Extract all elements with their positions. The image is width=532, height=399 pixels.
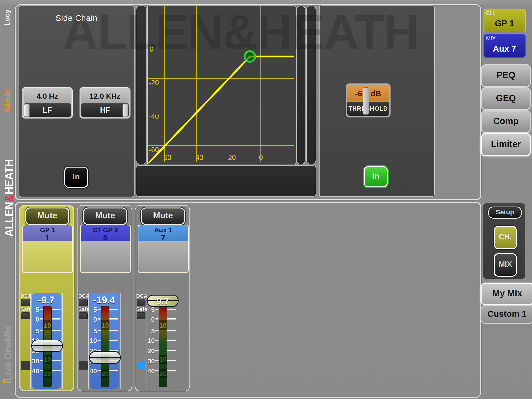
meter-mark-10b: 10: [159, 354, 167, 364]
scale-minus5: 5: [83, 327, 97, 335]
dca-label: DCA: [78, 293, 89, 299]
selected-mix-button[interactable]: MIX Aux 7: [483, 34, 526, 58]
threshold-slider-handle[interactable]: [363, 87, 369, 115]
channel-name-block[interactable]: GP 11: [22, 225, 73, 273]
scale-plus5: 5: [83, 306, 97, 314]
selected-channel-button[interactable]: CH. GP 1: [483, 9, 526, 32]
meter-mark-10: 10: [44, 320, 51, 330]
sidechain-in-button[interactable]: In: [64, 167, 88, 188]
tab-geq[interactable]: GEQ: [481, 87, 531, 110]
dca-indicator: [79, 299, 88, 306]
channel-number: 1: [23, 234, 72, 242]
channel-name-block[interactable]: Aux 17: [138, 225, 189, 273]
role-label: Admin: [3, 90, 12, 113]
mute-button[interactable]: Mute: [83, 207, 127, 225]
scale-0: 0: [25, 316, 39, 323]
brand-ampersand: &: [2, 194, 16, 202]
limiter-transfer-graph: 0 -20 -40 -60 -60 -40 -20 0: [147, 6, 296, 164]
scale-minus40: 40: [25, 367, 39, 375]
y-tick-20: -20: [149, 79, 159, 87]
scale-minus10: 10: [83, 337, 97, 344]
x-tick-60: -60: [161, 154, 171, 161]
channel-strip-aux1[interactable]: Mute Aux 17 DCA Safe 5 0 5 10 20 30 40 1…: [135, 205, 190, 391]
dca-label: DCA: [136, 293, 146, 299]
app-name-label: iLive OneMix: [2, 326, 14, 383]
channel-name-block[interactable]: ST GP 25: [80, 225, 131, 273]
fader-value: 9.7: [148, 296, 178, 306]
scale-minus30: 30: [141, 357, 155, 365]
hf-label: HF: [81, 103, 129, 117]
meter-mark-10: 10: [159, 320, 167, 330]
mix-view-button[interactable]: MIX: [494, 253, 517, 277]
user-name-label: Lucy: [3, 9, 11, 26]
channel-name: GP 1: [23, 225, 72, 234]
meter-mark-20: 20: [159, 369, 167, 378]
meter-mark-20: 20: [101, 369, 109, 378]
fader-slot-right: [178, 293, 178, 389]
setup-button[interactable]: Setup: [488, 206, 522, 219]
tab-my-mix[interactable]: My Mix: [481, 283, 532, 305]
fader-cap[interactable]: [89, 351, 121, 364]
scale-minus5: 5: [141, 327, 155, 335]
dca-indicator: [137, 299, 146, 306]
brand-logo: ALLEN&HEATH: [1, 159, 16, 237]
lf-knob-handle[interactable]: [24, 104, 30, 117]
graph-footer-panel: [136, 165, 316, 197]
channel-meter: 10 10 20: [159, 306, 167, 387]
lf-label: LF: [24, 103, 71, 117]
limiter-curve: [148, 57, 294, 163]
x-tick-20: -20: [226, 154, 236, 161]
app-screen: Lucy Admin ALLEN&HEATH iLive OneMix Side…: [0, 0, 532, 399]
channel-number: 5: [81, 234, 130, 242]
side-chain-title: Side Chain: [19, 13, 134, 23]
tab-custom-1[interactable]: Custom 1: [481, 305, 532, 324]
sidechain-lf-knob[interactable]: 4.0 Hz LF: [22, 87, 73, 118]
tab-comp[interactable]: Comp: [481, 110, 531, 133]
fader-cap[interactable]: [31, 340, 63, 352]
limiter-curve-plot: 0 -20 -40 -60 -60 -40 -20 0: [148, 6, 294, 163]
mix-tag: MIX: [486, 35, 496, 41]
dca-indicator: [21, 299, 30, 306]
hf-knob-handle[interactable]: [122, 104, 128, 117]
view-nav-panel: Setup CH. MIX: [483, 203, 525, 279]
ch-view-button[interactable]: CH.: [494, 226, 517, 249]
mute-button[interactable]: Mute: [141, 207, 185, 225]
channel-name: Aux 1: [139, 225, 188, 234]
lf-frequency-value: 4.0 Hz: [24, 89, 71, 103]
scale-plus5: 5: [25, 306, 39, 314]
scale-minus30: 30: [25, 357, 39, 365]
scale-0: 0: [83, 316, 97, 323]
tab-limiter[interactable]: Limiter: [481, 133, 531, 156]
threshold-node-handle[interactable]: [245, 51, 255, 62]
channel-strip-gp1[interactable]: Mute GP 11 DCA Safe -9.7 5 0 5 10 20 30 …: [19, 205, 74, 391]
input-level-meter: [136, 6, 147, 164]
hf-frequency-value: 12.0 KHz: [81, 89, 129, 103]
limiter-controls-panel: -6.9 dB THRESHOLD In: [319, 6, 435, 197]
meter-mark-20: 20: [44, 369, 51, 378]
fader-value: -19.4: [88, 294, 121, 306]
limiter-in-button[interactable]: In: [364, 166, 388, 187]
mute-button[interactable]: Mute: [25, 207, 69, 225]
channel-color-body: [81, 241, 130, 272]
fader-cap[interactable]: 9.7: [147, 295, 178, 307]
scale-plus5: 5: [141, 306, 155, 314]
fader-slot-right: [120, 293, 120, 389]
tab-peq[interactable]: PEQ: [481, 64, 531, 87]
y-tick-0: 0: [150, 45, 153, 53]
output-level-meter: [306, 6, 316, 164]
meter-mark-10b: 10: [44, 354, 51, 364]
channel-color-body: [23, 241, 72, 272]
dca-label: DCA: [20, 293, 31, 299]
scale-0: 0: [141, 316, 155, 323]
scale-minus5: 5: [25, 327, 39, 335]
channel-color-body: [139, 241, 188, 272]
channel-strip-stgp2[interactable]: Mute ST GP 25 DCA Safe -19.4 5 0 5 10 20…: [77, 205, 132, 391]
brand-allen: ALLEN: [2, 202, 16, 237]
side-chain-panel: Side Chain 4.0 Hz LF 12.0 KHz HF In: [19, 6, 134, 197]
threshold-control[interactable]: -6.9 dB THRESHOLD: [346, 84, 390, 117]
channel-number: 7: [139, 234, 188, 242]
sidechain-hf-knob[interactable]: 12.0 KHz HF: [80, 87, 130, 118]
y-tick-40: -40: [149, 112, 159, 120]
scale-minus10: 10: [141, 337, 155, 344]
channel-value: GP 1: [484, 19, 525, 28]
